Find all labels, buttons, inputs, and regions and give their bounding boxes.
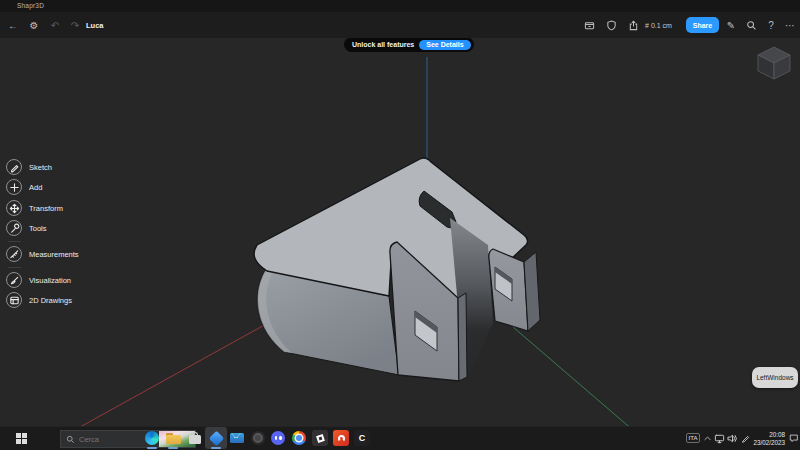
discord-icon: [271, 431, 285, 445]
camera-lens-icon: [251, 431, 265, 445]
sidebar-item-measurements[interactable]: Measurements: [6, 245, 79, 263]
edge-icon: [145, 431, 159, 445]
clipchamp-icon: C: [354, 430, 370, 446]
sidebar-item-label: Tools: [29, 224, 47, 233]
sidebar-item-tools[interactable]: Tools: [6, 219, 47, 237]
sidebar-item-label: 2D Drawings: [29, 296, 72, 305]
tray-chevron[interactable]: [703, 426, 712, 450]
active-app-indicator: [211, 447, 221, 449]
file-explorer-icon: [166, 433, 181, 444]
acrobat-icon: [333, 430, 349, 446]
trial-banner-message: Unlock all features: [352, 41, 414, 48]
sidebar-item-visualization[interactable]: Visualization: [6, 271, 71, 289]
sidebar-item-label: Transform: [29, 204, 63, 213]
view-cube[interactable]: [750, 42, 796, 86]
transform-icon: [6, 200, 22, 216]
help-icon[interactable]: ?: [762, 12, 780, 38]
sidebar-item-2d-drawings[interactable]: 2D Drawings: [6, 291, 72, 309]
pencil-icon[interactable]: ✎: [722, 12, 740, 38]
measurements-icon: [6, 246, 22, 262]
notification-icon: [789, 433, 799, 443]
export-icon[interactable]: [624, 12, 642, 38]
clock-date: 23/02/2023: [752, 439, 785, 447]
sidebar-item-label: Sketch: [29, 163, 52, 172]
clock-time: 20:08: [752, 431, 785, 439]
more-icon[interactable]: ⋯: [781, 12, 799, 38]
taskbar-app-clipchamp[interactable]: C: [351, 427, 373, 449]
view-orientation-button[interactable]: LeftWindows: [752, 367, 798, 388]
shield-icon[interactable]: [602, 12, 620, 38]
chrome-icon: [292, 431, 306, 445]
windows-taskbar: [0, 426, 800, 450]
language-badge: ITA: [686, 433, 700, 443]
sidebar-item-sketch[interactable]: Sketch: [6, 158, 52, 176]
see-details-button[interactable]: See Details: [419, 40, 470, 50]
search-icon: [66, 435, 75, 444]
sidebar-item-label: Visualization: [29, 276, 71, 285]
tray-language[interactable]: ITA: [686, 426, 700, 450]
2d-drawings-icon: [6, 292, 22, 308]
sidebar-item-transform[interactable]: Transform: [6, 199, 63, 217]
add-icon: [6, 179, 22, 195]
gear-icon[interactable]: ⚙: [25, 12, 43, 38]
grid-size-value: 0.1 cm: [651, 22, 672, 29]
open-app-indicator: [147, 447, 157, 449]
title-bar: Shapr3D: [0, 0, 800, 12]
taskbar-app-microsoft-store[interactable]: [184, 427, 206, 449]
sidebar-item-label: Add: [29, 183, 42, 192]
shapr3d-window: Shapr3D ← ⚙ ↶ ↷ Luca # 0.1 cm Share ✎ ? …: [0, 0, 800, 450]
taskbar-app-acrobat[interactable]: [330, 427, 352, 449]
undo-icon[interactable]: ↶: [46, 12, 64, 38]
tray-network[interactable]: [714, 426, 725, 450]
sidebar-divider: [8, 241, 21, 242]
versions-box-icon[interactable]: [580, 12, 598, 38]
app-title: Shapr3D: [17, 2, 44, 9]
back-icon[interactable]: ←: [4, 12, 22, 38]
open-app-indicator: [168, 447, 178, 449]
taskbar-app-mail[interactable]: [226, 427, 248, 449]
sidebar-item-label: Measurements: [29, 250, 79, 259]
taskbar-app-shapr3d[interactable]: [205, 427, 227, 449]
roblox-icon: [312, 430, 328, 446]
start-button[interactable]: [16, 433, 28, 445]
sketch-icon: [6, 159, 22, 175]
tray-volume[interactable]: [727, 426, 738, 450]
microsoft-store-icon: [189, 432, 201, 444]
tray-clock[interactable]: 20:08 23/02/2023: [752, 426, 785, 450]
speaker-icon: [727, 433, 738, 444]
share-button[interactable]: Share: [686, 17, 719, 33]
tray-pen[interactable]: [741, 426, 751, 450]
3d-viewport[interactable]: [0, 38, 800, 426]
visualization-brush-icon: [6, 272, 22, 288]
taskbar-app-roblox[interactable]: [309, 427, 331, 449]
redo-icon[interactable]: ↷: [66, 12, 84, 38]
trial-banner: Unlock all features See Details: [344, 37, 474, 52]
shapr3d-icon: [208, 430, 224, 446]
grid-size[interactable]: # 0.1 cm: [645, 12, 672, 38]
taskbar-app-file-explorer[interactable]: [162, 427, 184, 449]
network-monitor-icon: [714, 433, 725, 444]
tools-wrench-icon: [6, 220, 22, 236]
sidebar-item-add[interactable]: Add: [6, 178, 42, 196]
chevron-up-icon: [703, 434, 712, 443]
mail-icon: [230, 433, 244, 443]
taskbar-app-discord[interactable]: [267, 427, 289, 449]
taskbar-app-chrome[interactable]: [288, 427, 310, 449]
taskbar-app-camera[interactable]: [247, 427, 269, 449]
search-icon[interactable]: [742, 12, 760, 38]
sidebar-divider: [8, 267, 21, 268]
taskbar-app-edge[interactable]: [141, 427, 163, 449]
tray-notifications[interactable]: [789, 426, 799, 450]
grid-icon: #: [645, 22, 649, 29]
toolbar: ← ⚙ ↶ ↷ Luca # 0.1 cm Share ✎ ? ⋯: [0, 12, 800, 38]
project-name[interactable]: Luca: [86, 12, 104, 38]
pen-icon: [741, 433, 751, 443]
